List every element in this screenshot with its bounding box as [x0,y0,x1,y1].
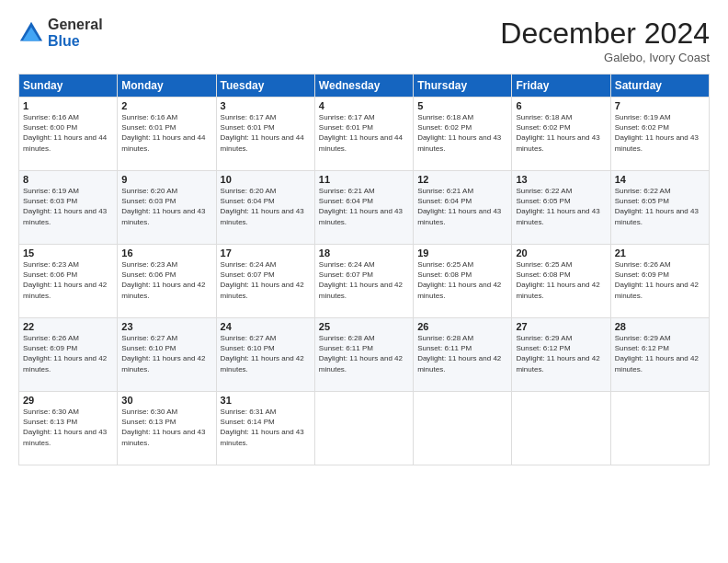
day-info: Sunrise: 6:24 AM Sunset: 6:07 PM Dayligh… [221,259,311,301]
table-row: 13 Sunrise: 6:22 AM Sunset: 6:05 PM Dayl… [512,171,610,245]
day-number: 21 [615,247,705,259]
day-number: 24 [221,321,311,332]
table-row: 10 Sunrise: 6:20 AM Sunset: 6:04 PM Dayl… [216,171,314,245]
day-info: Sunrise: 6:25 AM Sunset: 6:08 PM Dayligh… [417,259,507,301]
calendar-row: 8 Sunrise: 6:19 AM Sunset: 6:03 PM Dayli… [19,171,710,245]
table-row: 1 Sunrise: 6:16 AM Sunset: 6:00 PM Dayli… [19,98,118,171]
table-row [314,392,413,465]
table-row: 5 Sunrise: 6:18 AM Sunset: 6:02 PM Dayli… [414,98,512,171]
logo-icon [18,20,44,46]
day-number: 17 [221,247,311,259]
table-row [512,392,610,465]
day-number: 16 [121,247,211,259]
day-number: 6 [516,100,606,111]
table-row: 6 Sunrise: 6:18 AM Sunset: 6:02 PM Dayli… [512,98,610,171]
table-row: 3 Sunrise: 6:17 AM Sunset: 6:01 PM Dayli… [216,98,314,171]
calendar-row: 29 Sunrise: 6:30 AM Sunset: 6:13 PM Dayl… [19,392,710,465]
table-row: 26 Sunrise: 6:28 AM Sunset: 6:11 PM Dayl… [414,318,512,392]
day-number: 8 [23,174,113,185]
table-row [414,392,512,465]
day-info: Sunrise: 6:17 AM Sunset: 6:01 PM Dayligh… [319,112,409,154]
day-number: 25 [319,321,409,332]
calendar-row: 15 Sunrise: 6:23 AM Sunset: 6:06 PM Dayl… [19,245,710,318]
day-info: Sunrise: 6:27 AM Sunset: 6:10 PM Dayligh… [221,333,311,374]
day-info: Sunrise: 6:23 AM Sunset: 6:06 PM Dayligh… [23,259,113,301]
day-info: Sunrise: 6:24 AM Sunset: 6:07 PM Dayligh… [319,259,409,301]
day-number: 10 [221,174,311,185]
table-row: 28 Sunrise: 6:29 AM Sunset: 6:12 PM Dayl… [610,318,709,392]
table-row: 17 Sunrise: 6:24 AM Sunset: 6:07 PM Dayl… [216,245,314,318]
day-info: Sunrise: 6:21 AM Sunset: 6:04 PM Dayligh… [319,186,409,227]
title-area: December 2024 Galebo, Ivory Coast [500,17,710,64]
day-info: Sunrise: 6:18 AM Sunset: 6:02 PM Dayligh… [417,112,507,154]
day-info: Sunrise: 6:27 AM Sunset: 6:10 PM Dayligh… [121,333,211,374]
day-info: Sunrise: 6:20 AM Sunset: 6:04 PM Dayligh… [221,186,311,227]
table-row: 19 Sunrise: 6:25 AM Sunset: 6:08 PM Dayl… [414,245,512,318]
day-info: Sunrise: 6:26 AM Sunset: 6:09 PM Dayligh… [23,333,113,374]
table-row: 9 Sunrise: 6:20 AM Sunset: 6:03 PM Dayli… [118,171,216,245]
logo: General Blue [18,17,103,49]
table-row: 27 Sunrise: 6:29 AM Sunset: 6:12 PM Dayl… [512,318,610,392]
table-row: 23 Sunrise: 6:27 AM Sunset: 6:10 PM Dayl… [118,318,216,392]
col-thursday: Thursday [414,75,512,98]
day-number: 7 [615,100,705,111]
calendar-table: Sunday Monday Tuesday Wednesday Thursday… [18,74,710,465]
table-row: 29 Sunrise: 6:30 AM Sunset: 6:13 PM Dayl… [19,392,118,465]
day-number: 26 [417,321,507,332]
table-row: 15 Sunrise: 6:23 AM Sunset: 6:06 PM Dayl… [19,245,118,318]
table-row: 4 Sunrise: 6:17 AM Sunset: 6:01 PM Dayli… [314,98,413,171]
table-row: 2 Sunrise: 6:16 AM Sunset: 6:01 PM Dayli… [118,98,216,171]
day-number: 15 [23,247,113,259]
table-row: 24 Sunrise: 6:27 AM Sunset: 6:10 PM Dayl… [216,318,314,392]
page: General Blue December 2024 Galebo, Ivory… [0,0,728,563]
calendar-row: 1 Sunrise: 6:16 AM Sunset: 6:00 PM Dayli… [19,98,710,171]
day-info: Sunrise: 6:30 AM Sunset: 6:13 PM Dayligh… [121,407,211,448]
table-row [610,392,709,465]
col-saturday: Saturday [610,75,709,98]
day-info: Sunrise: 6:19 AM Sunset: 6:03 PM Dayligh… [23,186,113,227]
day-info: Sunrise: 6:17 AM Sunset: 6:01 PM Dayligh… [221,112,311,154]
table-row: 8 Sunrise: 6:19 AM Sunset: 6:03 PM Dayli… [19,171,118,245]
subtitle: Galebo, Ivory Coast [500,51,710,64]
day-number: 3 [221,100,311,111]
day-info: Sunrise: 6:21 AM Sunset: 6:04 PM Dayligh… [417,186,507,227]
day-number: 5 [417,100,507,111]
day-number: 4 [319,100,409,111]
table-row: 21 Sunrise: 6:26 AM Sunset: 6:09 PM Dayl… [610,245,709,318]
month-title: December 2024 [500,17,710,51]
day-number: 23 [121,321,211,332]
table-row: 7 Sunrise: 6:19 AM Sunset: 6:02 PM Dayli… [610,98,709,171]
day-number: 31 [221,395,311,406]
day-number: 14 [615,174,705,185]
day-info: Sunrise: 6:22 AM Sunset: 6:05 PM Dayligh… [615,186,705,227]
day-info: Sunrise: 6:29 AM Sunset: 6:12 PM Dayligh… [516,333,606,374]
day-number: 1 [23,100,113,111]
table-row: 14 Sunrise: 6:22 AM Sunset: 6:05 PM Dayl… [610,171,709,245]
day-number: 12 [417,174,507,185]
day-number: 11 [319,174,409,185]
day-number: 19 [417,247,507,259]
day-info: Sunrise: 6:28 AM Sunset: 6:11 PM Dayligh… [319,333,409,374]
day-info: Sunrise: 6:28 AM Sunset: 6:11 PM Dayligh… [417,333,507,374]
logo-text: General Blue [48,17,103,49]
col-monday: Monday [118,75,216,98]
day-number: 9 [121,174,211,185]
day-number: 29 [23,395,113,406]
day-info: Sunrise: 6:16 AM Sunset: 6:01 PM Dayligh… [121,112,211,154]
day-info: Sunrise: 6:20 AM Sunset: 6:03 PM Dayligh… [121,186,211,227]
day-number: 27 [516,321,606,332]
col-tuesday: Tuesday [216,75,314,98]
col-wednesday: Wednesday [314,75,413,98]
day-number: 20 [516,247,606,259]
day-info: Sunrise: 6:29 AM Sunset: 6:12 PM Dayligh… [615,333,705,374]
calendar-row: 22 Sunrise: 6:26 AM Sunset: 6:09 PM Dayl… [19,318,710,392]
table-row: 30 Sunrise: 6:30 AM Sunset: 6:13 PM Dayl… [118,392,216,465]
day-info: Sunrise: 6:26 AM Sunset: 6:09 PM Dayligh… [615,259,705,301]
day-info: Sunrise: 6:22 AM Sunset: 6:05 PM Dayligh… [516,186,606,227]
table-row: 11 Sunrise: 6:21 AM Sunset: 6:04 PM Dayl… [314,171,413,245]
table-row: 16 Sunrise: 6:23 AM Sunset: 6:06 PM Dayl… [118,245,216,318]
day-info: Sunrise: 6:25 AM Sunset: 6:08 PM Dayligh… [516,259,606,301]
table-row: 18 Sunrise: 6:24 AM Sunset: 6:07 PM Dayl… [314,245,413,318]
header: General Blue December 2024 Galebo, Ivory… [18,17,710,64]
day-info: Sunrise: 6:18 AM Sunset: 6:02 PM Dayligh… [516,112,606,154]
